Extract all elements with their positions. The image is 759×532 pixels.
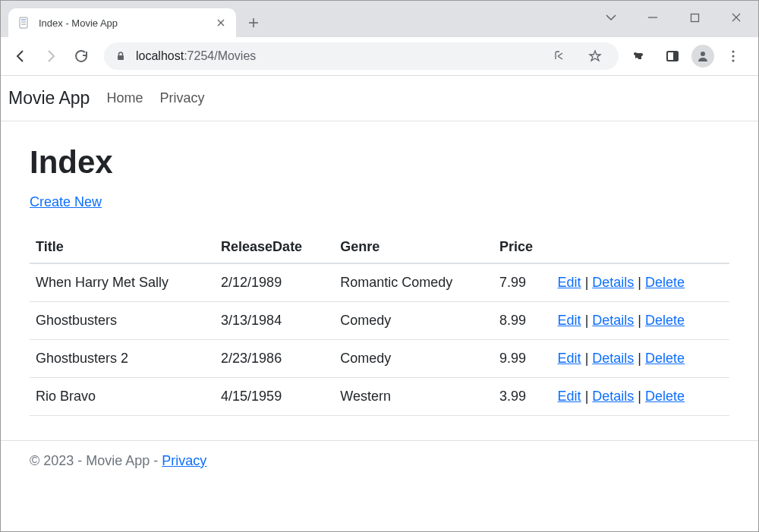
back-button[interactable] [7,42,34,70]
table-row: When Harry Met Sally2/12/1989Romantic Co… [30,263,729,302]
separator: | [634,389,645,404]
svg-point-10 [732,50,734,52]
profile-avatar-icon[interactable] [691,45,714,68]
th-genre: Genre [334,231,493,263]
details-link[interactable]: Details [592,389,634,404]
cell-price: 8.99 [493,302,552,340]
toolbar-right [628,43,752,69]
minimize-button[interactable] [645,10,660,25]
cell-release-date: 2/12/1989 [215,263,334,302]
cell-title: Rio Bravo [30,378,215,416]
cell-genre: Comedy [334,302,493,340]
svg-rect-8 [673,52,678,61]
table-row: Rio Bravo4/15/1959Western3.99Edit | Deta… [30,378,729,416]
edit-link[interactable]: Edit [558,313,581,328]
nav-link-home[interactable]: Home [106,90,143,106]
bookmark-star-icon[interactable] [582,43,608,69]
cell-genre: Comedy [334,340,493,378]
delete-link[interactable]: Delete [645,313,685,328]
reload-button[interactable] [68,42,95,70]
browser-toolbar: localhost:7254/Movies [1,37,758,76]
svg-point-11 [732,55,734,57]
nav-link-privacy[interactable]: Privacy [159,90,204,106]
window-dropdown-icon[interactable] [603,10,619,25]
cell-actions: Edit | Details | Delete [552,340,729,378]
page-title: Index [30,144,729,181]
maximize-button[interactable] [687,10,702,25]
separator: | [581,313,593,328]
page-footer: © 2023 - Movie App - Privacy [1,440,758,481]
svg-point-12 [732,59,734,61]
forward-button[interactable] [37,42,65,70]
app-navbar: Movie App Home Privacy [1,76,758,121]
page-content: Movie App Home Privacy Index Create New … [1,76,758,532]
cell-release-date: 3/13/1984 [215,302,334,340]
delete-link[interactable]: Delete [645,389,685,404]
main-container: Index Create New Title ReleaseDate Genre… [1,121,758,423]
edit-link[interactable]: Edit [558,389,581,404]
table-row: Ghostbusters 22/23/1986Comedy9.99Edit | … [30,340,729,378]
th-actions [552,231,729,263]
close-window-button[interactable] [729,10,744,25]
svg-rect-1 [691,14,698,21]
separator: | [634,313,645,328]
cell-title: Ghostbusters [30,302,215,340]
cell-price: 9.99 [493,340,552,378]
table-row: Ghostbusters3/13/1984Comedy8.99Edit | De… [30,302,729,340]
cell-title: Ghostbusters 2 [30,340,215,378]
svg-rect-6 [118,55,124,60]
separator: | [634,351,645,366]
th-release-date: ReleaseDate [215,231,334,263]
movies-table: Title ReleaseDate Genre Price When Harry… [30,231,729,416]
separator: | [634,275,645,290]
address-bar[interactable]: localhost:7254/Movies [104,42,619,70]
footer-text: © 2023 - Movie App - [30,453,162,468]
th-title: Title [30,231,215,263]
details-link[interactable]: Details [592,275,634,290]
share-icon[interactable] [547,43,573,69]
navbar-brand[interactable]: Movie App [8,88,90,109]
cell-genre: Romantic Comedy [334,263,493,302]
separator: | [581,351,593,366]
footer-privacy-link[interactable]: Privacy [162,453,206,468]
edit-link[interactable]: Edit [558,351,581,366]
separator: | [581,389,593,404]
cell-actions: Edit | Details | Delete [552,263,729,302]
cell-release-date: 4/15/1959 [215,378,334,416]
cell-price: 3.99 [493,378,552,416]
cell-release-date: 2/23/1986 [215,340,334,378]
svg-point-9 [701,52,705,56]
side-panel-icon[interactable] [660,43,685,69]
cell-price: 7.99 [493,263,552,302]
new-tab-button[interactable] [242,11,265,34]
tab-close-icon[interactable] [215,17,227,29]
tab-active[interactable]: Index - Movie App [8,8,236,37]
delete-link[interactable]: Delete [645,351,685,366]
th-price: Price [493,231,552,263]
table-header-row: Title ReleaseDate Genre Price [30,231,729,263]
extensions-icon[interactable] [628,43,653,69]
cell-genre: Western [334,378,493,416]
tab-title: Index - Movie App [39,17,215,29]
page-favicon-icon [17,16,31,30]
url-text: localhost:7254/Movies [136,49,538,63]
create-new-link[interactable]: Create New [30,194,102,209]
cell-actions: Edit | Details | Delete [552,302,729,340]
svg-rect-2 [20,17,27,28]
separator: | [581,275,593,290]
window-controls [603,12,759,23]
details-link[interactable]: Details [592,313,634,328]
delete-link[interactable]: Delete [645,275,685,290]
edit-link[interactable]: Edit [558,275,581,290]
cell-title: When Harry Met Sally [30,263,215,302]
details-link[interactable]: Details [592,351,634,366]
menu-kebab-icon[interactable] [720,43,746,69]
cell-actions: Edit | Details | Delete [552,378,729,416]
lock-icon [115,50,127,62]
browser-chrome: Index - Movie App localhost:7254/Movies [1,1,758,76]
